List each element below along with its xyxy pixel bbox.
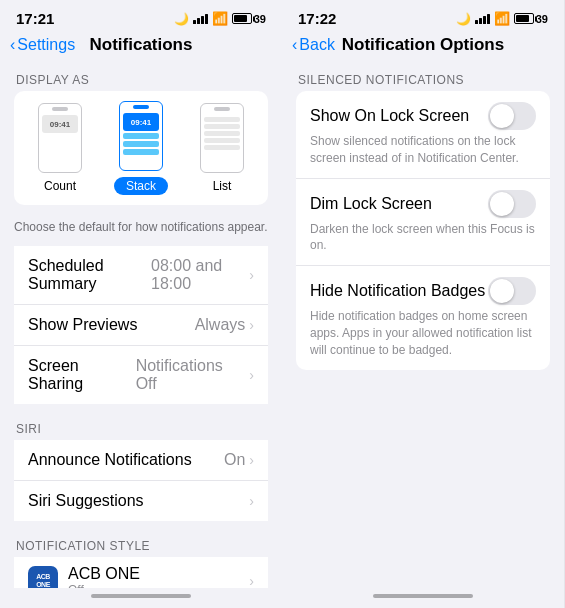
left-scroll-area[interactable]: DISPLAY AS 09:41 Count	[0, 63, 282, 588]
screen-sharing-text: Notifications Off	[136, 357, 246, 393]
list-bar-4	[204, 138, 240, 143]
list-notch	[214, 107, 230, 111]
screen-sharing-label: Screen Sharing	[28, 357, 136, 393]
right-battery-icon: 39	[514, 13, 548, 25]
show-lock-screen-toggle-knob	[490, 104, 514, 128]
right-time: 17:22	[298, 10, 336, 27]
show-previews-text: Always	[195, 316, 246, 334]
list-bar-3	[204, 131, 240, 136]
show-lock-screen-row: Show On Lock Screen Show silenced notifi…	[296, 91, 550, 179]
stack-screen: 09:41	[120, 111, 162, 170]
scheduled-summary-row[interactable]: Scheduled Summary 08:00 and 18:00 ›	[14, 246, 268, 305]
dim-lock-screen-label: Dim Lock Screen	[310, 195, 432, 213]
show-lock-screen-desc: Show silenced notifications on the lock …	[310, 133, 536, 167]
right-nav-bar: ‹ Back Notification Options	[282, 31, 564, 63]
signal-icon	[193, 14, 208, 24]
dim-lock-screen-top: Dim Lock Screen	[310, 190, 536, 218]
show-previews-label: Show Previews	[28, 316, 137, 334]
screen-sharing-value: Notifications Off ›	[136, 357, 254, 393]
announce-notifications-row[interactable]: Announce Notifications On ›	[14, 440, 268, 481]
hide-badges-label: Hide Notification Badges	[310, 282, 485, 300]
right-signal-icon	[475, 14, 490, 24]
left-nav-bar: ‹ Settings Notifications	[0, 31, 282, 63]
hide-badges-top: Hide Notification Badges	[310, 277, 536, 305]
wifi-icon: 📶	[212, 11, 228, 26]
main-rows-card: Scheduled Summary 08:00 and 18:00 › Show…	[14, 246, 268, 404]
scheduled-summary-value: 08:00 and 18:00 ›	[151, 257, 254, 293]
right-wifi-icon: 📶	[494, 11, 510, 26]
right-moon-icon: 🌙	[456, 12, 471, 26]
siri-suggestions-label: Siri Suggestions	[28, 492, 144, 510]
hide-badges-toggle[interactable]	[488, 277, 536, 305]
show-previews-row[interactable]: Show Previews Always ›	[14, 305, 268, 346]
list-phone-icon	[200, 103, 244, 173]
acb-app-info: ACB ONE Off	[68, 565, 249, 588]
announce-notifications-chevron: ›	[249, 452, 254, 468]
app-row-acb[interactable]: ACB ONE ACB ONE Off ›	[14, 557, 268, 588]
right-back-label[interactable]: Back	[299, 36, 335, 54]
left-back-button[interactable]: ‹ Settings	[10, 36, 75, 54]
list-screen	[201, 113, 243, 172]
display-as-label: DISPLAY AS	[0, 63, 282, 91]
announce-notifications-label: Announce Notifications	[28, 451, 192, 469]
left-bottom-bar	[0, 588, 282, 608]
count-label: Count	[44, 179, 76, 193]
dim-lock-screen-toggle-knob	[490, 192, 514, 216]
left-status-icons: 🌙 📶 39	[174, 11, 266, 26]
stack-badge: Stack	[114, 177, 168, 195]
show-lock-screen-toggle[interactable]	[488, 102, 536, 130]
moon-icon: 🌙	[174, 12, 189, 26]
silenced-section-label: SILENCED NOTIFICATIONS	[282, 63, 564, 91]
show-previews-value: Always ›	[195, 316, 254, 334]
left-time: 17:21	[16, 10, 54, 27]
notif-bar-1	[123, 133, 159, 139]
announce-notifications-value: On ›	[224, 451, 254, 469]
left-nav-title: Notifications	[90, 35, 193, 55]
siri-suggestions-row[interactable]: Siri Suggestions ›	[14, 481, 268, 521]
stack-phone-icon: 09:41	[119, 101, 163, 171]
notif-style-card: ACB ONE ACB ONE Off › App Store Immedia	[14, 557, 268, 588]
right-scroll-area[interactable]: SILENCED NOTIFICATIONS Show On Lock Scre…	[282, 63, 564, 588]
right-panel: 17:22 🌙 📶 39 ‹ Back Notification Options…	[282, 0, 564, 608]
display-option-stack[interactable]: 09:41 Stack	[114, 101, 168, 195]
scheduled-summary-label: Scheduled Summary	[28, 257, 151, 293]
battery-icon: 39	[232, 13, 266, 25]
list-bar-1	[204, 117, 240, 122]
list-bar-2	[204, 124, 240, 129]
acb-app-icon: ACB ONE	[28, 566, 58, 588]
right-back-button[interactable]: ‹ Back	[292, 36, 335, 54]
left-home-indicator	[91, 594, 191, 598]
hide-badges-desc: Hide notification badges on home screen …	[310, 308, 536, 358]
count-notch	[52, 107, 68, 111]
right-bottom-bar	[282, 588, 564, 608]
dim-lock-screen-row: Dim Lock Screen Darken the lock screen w…	[296, 179, 550, 267]
right-status-bar: 17:22 🌙 📶 39	[282, 0, 564, 31]
display-option-list[interactable]: List	[200, 103, 244, 193]
screen-sharing-row[interactable]: Screen Sharing Notifications Off ›	[14, 346, 268, 404]
hide-badges-row: Hide Notification Badges Hide notificati…	[296, 266, 550, 369]
notif-style-label: NOTIFICATION STYLE	[0, 529, 282, 557]
scheduled-summary-chevron: ›	[249, 267, 254, 283]
scheduled-summary-text: 08:00 and 18:00	[151, 257, 245, 293]
dim-lock-screen-desc: Darken the lock screen when this Focus i…	[310, 221, 536, 255]
hide-badges-toggle-knob	[490, 279, 514, 303]
display-option-count[interactable]: 09:41 Count	[38, 103, 82, 193]
count-screen: 09:41	[39, 113, 81, 172]
display-as-card: 09:41 Count 09:41	[14, 91, 268, 205]
stack-bars	[123, 133, 159, 155]
right-status-icons: 🌙 📶 39	[456, 11, 548, 26]
silenced-card: Show On Lock Screen Show silenced notifi…	[296, 91, 550, 370]
left-status-bar: 17:21 🌙 📶 39	[0, 0, 282, 31]
left-panel: 17:21 🌙 📶 39 ‹ Settings Notifications DI…	[0, 0, 282, 608]
display-as-options: 09:41 Count 09:41	[14, 91, 268, 205]
screen-sharing-chevron: ›	[249, 367, 254, 383]
notif-bar-3	[123, 149, 159, 155]
dim-lock-screen-toggle[interactable]	[488, 190, 536, 218]
left-back-label[interactable]: Settings	[17, 36, 75, 54]
stack-notif: 09:41	[123, 113, 159, 131]
count-notif: 09:41	[42, 115, 78, 133]
right-nav-title: Notification Options	[342, 35, 504, 55]
notif-bar-2	[123, 141, 159, 147]
left-chevron-icon: ‹	[10, 36, 15, 54]
show-lock-screen-top: Show On Lock Screen	[310, 102, 536, 130]
